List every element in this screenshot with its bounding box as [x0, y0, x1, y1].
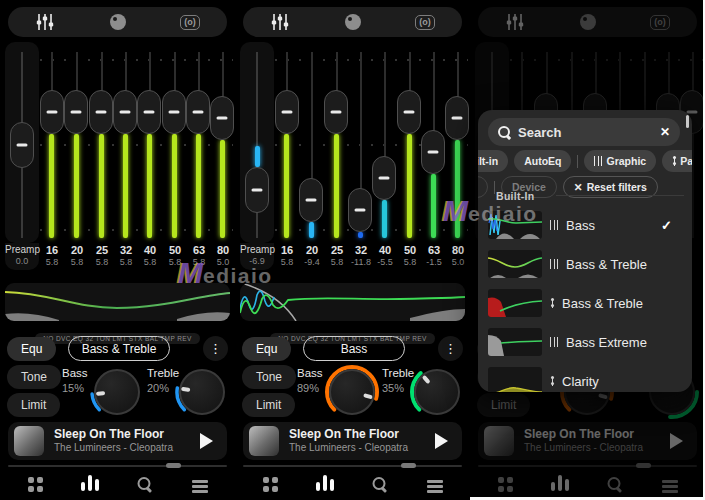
treble-knob[interactable]	[414, 369, 460, 415]
graphic-icon	[550, 259, 558, 269]
bass-knob[interactable]	[329, 369, 375, 415]
graphic-icon	[550, 337, 558, 347]
tone-button[interactable]: Tone	[242, 365, 296, 389]
eq-slider-handle[interactable]	[372, 156, 396, 200]
preamp-text: Preamp	[5, 244, 39, 255]
chip-cut-off[interactable]	[478, 176, 488, 198]
eq-curve-graph	[5, 283, 230, 321]
play-button[interactable]	[200, 433, 213, 449]
treble-knob[interactable]	[179, 369, 225, 415]
overflow-menu-button[interactable]: ⋮	[438, 336, 463, 361]
equ-button[interactable]: Equ	[7, 337, 56, 361]
volume-knob-tab-icon[interactable]	[110, 14, 126, 30]
eq-slider-handle[interactable]	[89, 90, 113, 134]
limit-button[interactable]: Limit	[242, 393, 295, 417]
eq-slider-handle[interactable]	[137, 90, 161, 134]
eq-slider-handle[interactable]	[397, 90, 421, 134]
progress-track[interactable]	[243, 465, 462, 467]
eq-slider-handle[interactable]	[113, 90, 137, 134]
parametric-icon	[550, 298, 554, 309]
close-icon[interactable]: ✕	[660, 125, 670, 139]
reverb-tab-icon[interactable]: (o)	[180, 15, 200, 30]
chip-graphic[interactable]: Graphic	[584, 150, 656, 172]
chip-parametric-label: Parametric	[680, 155, 692, 167]
popup-scrollbar[interactable]	[686, 115, 689, 128]
equ-button[interactable]: Equ	[242, 337, 291, 361]
eq-panel-left: (o) Preamp 0.0	[0, 0, 235, 500]
bass-knob[interactable]	[94, 369, 140, 415]
equalizer-tab-icon[interactable]	[35, 14, 55, 30]
preamp-slider-handle[interactable]	[245, 167, 269, 213]
preset-item-bass-treble[interactable]: Bass & Treble	[488, 247, 684, 281]
eq-panel-middle: (o) Preamp -6	[235, 0, 470, 500]
eq-slider-handle[interactable]	[348, 188, 372, 232]
eq-slider-handle[interactable]	[40, 90, 64, 134]
search-input[interactable]: Search ✕	[488, 118, 680, 146]
preamp-text: Preamp	[240, 244, 274, 255]
parametric-icon	[672, 156, 676, 167]
preset-label: Clarity	[562, 374, 599, 389]
preset-item-bass-extreme[interactable]: Bass Extreme	[488, 325, 684, 359]
eq-slider-handle[interactable]	[210, 96, 234, 140]
now-playing-row[interactable]: Sleep On The Floor The Lumineers - Cleop…	[8, 422, 227, 460]
search-nav-icon[interactable]	[373, 477, 386, 490]
library-grid-icon[interactable]	[263, 477, 269, 483]
preset-selector[interactable]: Bass	[303, 336, 405, 361]
band-label: 805.0	[206, 244, 235, 267]
reset-x-icon: ✕	[574, 181, 583, 193]
preset-item-bass[interactable]: Bass ✓	[488, 208, 684, 242]
track-artist: The Lumineers - Cleopatra	[289, 442, 408, 453]
overflow-menu-button[interactable]: ⋮	[203, 336, 228, 361]
queue-menu-icon[interactable]	[427, 478, 443, 483]
queue-menu-icon[interactable]	[192, 478, 208, 483]
equalizer-tab-icon[interactable]	[270, 14, 290, 30]
play-button[interactable]	[435, 433, 448, 449]
progress-track[interactable]	[8, 465, 227, 467]
preset-label: Bass & Treble	[562, 296, 643, 311]
progress-handle[interactable]	[401, 463, 416, 468]
reverb-tab-icon[interactable]: (o)	[415, 15, 435, 30]
preset-selector[interactable]: Bass & Treble	[68, 336, 170, 361]
progress-handle[interactable]	[166, 463, 181, 468]
band-level-bar	[196, 134, 201, 238]
chip-autoeq[interactable]: AutoEq	[514, 150, 571, 172]
eq-slider-handle[interactable]	[186, 90, 210, 134]
tone-button[interactable]: Tone	[7, 365, 61, 389]
eq-slider-handle[interactable]	[275, 90, 299, 134]
treble-knob-value: 20%	[147, 382, 169, 394]
chip-parametric[interactable]: Parametric	[662, 150, 692, 172]
preset-item-bass-treble-parametric[interactable]: Bass & Treble	[488, 286, 684, 320]
band-level-bar	[407, 134, 412, 238]
volume-knob-tab-icon[interactable]	[345, 14, 361, 30]
eq-slider-handle[interactable]	[64, 90, 88, 134]
eq-slider-handle[interactable]	[299, 178, 323, 222]
chip-built-in[interactable]: Built-in	[478, 150, 508, 172]
tick-dots-top	[40, 59, 233, 61]
eq-slider-handle[interactable]	[421, 130, 445, 174]
preamp-value: 0.0	[5, 256, 39, 266]
band-freq: 80	[206, 244, 235, 256]
eq-slider-handle[interactable]	[445, 96, 469, 140]
equalizer-nav-icon[interactable]	[316, 475, 334, 491]
tick-dots-bottom	[275, 229, 468, 231]
bass-knob-value: 15%	[62, 382, 84, 394]
library-grid-icon[interactable]	[28, 477, 34, 483]
eq-slider-handle[interactable]	[162, 90, 186, 134]
search-nav-icon[interactable]	[138, 477, 151, 490]
preamp-slider-handle[interactable]	[10, 122, 34, 168]
now-playing-row[interactable]: Sleep On The Floor The Lumineers - Cleop…	[243, 422, 462, 460]
preset-picker-popup: Search ✕ Built-in AutoEq Graphic Paramet…	[478, 110, 692, 392]
preset-curve-thumbnail	[488, 328, 542, 356]
track-artist: The Lumineers - Cleopatra	[54, 442, 173, 453]
equalizer-nav-icon[interactable]	[81, 475, 99, 491]
limit-button[interactable]: Limit	[7, 393, 60, 417]
filter-chip-row: Built-in AutoEq Graphic Parametric	[478, 150, 692, 172]
preset-label: Bass	[566, 218, 595, 233]
preset-item-clarity[interactable]: Clarity	[488, 364, 684, 392]
preset-label: Bass & Treble	[566, 257, 647, 272]
band-level-bar	[284, 134, 289, 238]
band-gain: 5.0	[441, 257, 470, 267]
treble-knob-label: Treble	[382, 367, 414, 379]
eq-slider-handle[interactable]	[324, 90, 348, 134]
band-level-bar	[123, 134, 128, 238]
